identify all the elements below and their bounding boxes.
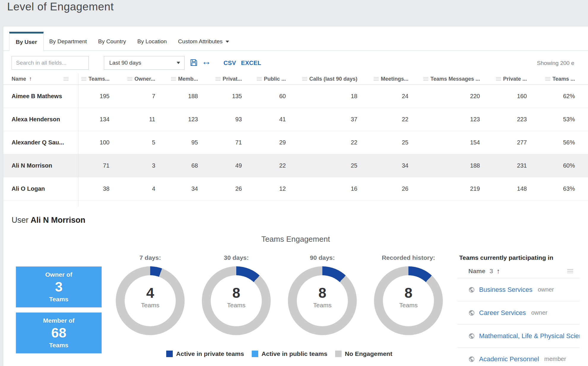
tab-by-department[interactable]: By Department xyxy=(44,33,93,50)
tab-by-country[interactable]: By Country xyxy=(93,33,132,50)
search-input[interactable] xyxy=(12,56,89,70)
column-label: Name xyxy=(12,76,26,82)
column-header[interactable]: Teams Messages ... xyxy=(408,76,480,82)
column-header[interactable]: Owner... xyxy=(110,76,155,82)
export-excel-link[interactable]: EXCEL xyxy=(241,60,261,66)
chevron-down-icon xyxy=(226,41,229,43)
stat-box-unit: Teams xyxy=(49,342,69,349)
value-cell: 34 xyxy=(357,162,408,169)
column-label: Meetings... xyxy=(381,76,408,82)
panel-menu-icon[interactable] xyxy=(567,269,573,273)
legend-label: No Engagement xyxy=(345,350,392,357)
column-header-name[interactable]: Name ↑ xyxy=(3,76,78,82)
stat-box-label: Member of xyxy=(43,317,75,324)
column-header[interactable]: Teams ... xyxy=(527,76,575,82)
table-row[interactable]: Alexa Henderson134111239341372212322353% xyxy=(3,108,588,131)
tab-label: By Department xyxy=(49,38,87,45)
value-cell: 4 xyxy=(110,185,155,192)
column-menu-icon[interactable] xyxy=(64,77,69,81)
column-label: Owner... xyxy=(134,76,155,82)
export-csv-link[interactable]: CSV xyxy=(224,60,236,66)
column-header[interactable]: Private ... xyxy=(480,76,527,82)
teams-list: Business ServicesownerCareer Servicesown… xyxy=(457,278,580,366)
team-link[interactable]: Business Services xyxy=(479,286,532,294)
value-cell: 56% xyxy=(527,139,575,146)
engagement-table: Name ↑ Teams...Owner...Memb...Privat...P… xyxy=(3,73,588,200)
donut-7-days: 7 days:4Teams xyxy=(116,254,185,335)
value-cell: 26 xyxy=(198,185,242,192)
tab-label: By User xyxy=(16,39,37,45)
value-cell: 25 xyxy=(357,139,408,146)
donut-unit: Teams xyxy=(399,302,418,309)
table-row[interactable]: Ali O Logan384342612162621914863% xyxy=(3,177,588,200)
column-menu-icon[interactable] xyxy=(215,77,221,81)
date-range-select[interactable]: Last 90 days xyxy=(104,56,185,70)
column-header[interactable]: Meetings... xyxy=(357,76,408,82)
value-cell: 26 xyxy=(357,185,408,192)
team-list-item: Career Servicesowner xyxy=(457,301,580,324)
tab-custom-attributes[interactable]: Custom Attributes xyxy=(172,33,235,50)
tab-by-location[interactable]: By Location xyxy=(132,33,172,50)
column-header[interactable]: Teams... xyxy=(78,76,110,82)
user-name-cell: Ali N Morrison xyxy=(3,162,78,169)
table-row[interactable]: Alexander Q Sau...1005957129222515427756… xyxy=(3,131,588,154)
legend-label: Active in public teams xyxy=(261,350,327,357)
value-cell: 100 xyxy=(78,139,110,146)
column-menu-icon[interactable] xyxy=(374,77,379,81)
team-link[interactable]: Mathematical, Life & Physical Scienc xyxy=(479,332,580,340)
legend-label: Active in private teams xyxy=(176,350,244,357)
selected-user-heading: UserAli N Morrison xyxy=(12,216,85,225)
column-header[interactable]: Privat... xyxy=(198,76,242,82)
column-label: Private ... xyxy=(503,76,527,82)
column-header[interactable]: Calls (last 90 days) xyxy=(286,76,357,82)
team-link[interactable]: Academic Personnel xyxy=(479,355,539,363)
team-link[interactable]: Career Services xyxy=(479,309,526,317)
value-cell: 123 xyxy=(155,116,198,123)
value-cell: 231 xyxy=(480,162,527,169)
column-menu-icon[interactable] xyxy=(171,77,176,81)
table-row[interactable]: Ali N Morrison713684922253418823160% xyxy=(3,154,588,177)
value-cell: 95 xyxy=(155,139,198,146)
value-cell: 93 xyxy=(198,116,242,123)
team-role: member xyxy=(544,356,566,362)
value-cell: 24 xyxy=(357,93,408,100)
globe-icon xyxy=(468,287,475,293)
save-icon[interactable] xyxy=(190,58,198,67)
column-menu-icon[interactable] xyxy=(81,77,86,81)
user-name-cell: Alexander Q Sau... xyxy=(3,139,78,146)
column-label: Privat... xyxy=(223,76,242,82)
team-list-item: Mathematical, Life & Physical Scienc xyxy=(457,324,580,348)
column-header[interactable]: Memb... xyxy=(155,76,198,82)
value-cell: 123 xyxy=(408,116,480,123)
sort-ascending-icon[interactable]: ↑ xyxy=(497,267,500,275)
panel-column-name[interactable]: Name xyxy=(468,268,485,275)
value-cell: 160 xyxy=(480,93,527,100)
column-label: Memb... xyxy=(178,76,198,82)
column-header[interactable]: Public ... xyxy=(242,76,286,82)
column-menu-icon[interactable] xyxy=(496,77,501,81)
column-menu-icon[interactable] xyxy=(545,77,550,81)
legend-item: Active in private teams xyxy=(166,350,244,357)
column-menu-icon[interactable] xyxy=(302,77,307,81)
value-cell: 53% xyxy=(527,116,575,123)
column-label: Public ... xyxy=(264,76,286,82)
value-cell: 5 xyxy=(110,139,155,146)
value-cell: 41 xyxy=(242,116,286,123)
value-cell: 37 xyxy=(286,116,357,123)
donut-row: 7 days:4Teams30 days:8Teams90 days:8Team… xyxy=(116,254,443,335)
resize-columns-icon[interactable]: ↔ xyxy=(202,56,211,67)
teams-engagement-title: Teams Engagement xyxy=(3,235,588,244)
value-cell: 223 xyxy=(480,116,527,123)
column-menu-icon[interactable] xyxy=(257,77,262,81)
sort-ascending-icon[interactable]: ↑ xyxy=(29,76,32,82)
donut-unit: Teams xyxy=(141,302,159,309)
value-cell: 148 xyxy=(480,185,527,192)
user-name-cell: Aimee B Mathews xyxy=(3,93,78,100)
value-cell: 134 xyxy=(78,116,110,123)
tab-by-user[interactable]: By User xyxy=(9,32,44,51)
column-menu-icon[interactable] xyxy=(127,77,132,81)
column-menu-icon[interactable] xyxy=(423,77,428,81)
value-cell: 25 xyxy=(286,162,357,169)
table-row[interactable]: Aimee B Mathews195718813560182422016062% xyxy=(3,85,588,108)
value-cell: 220 xyxy=(408,93,480,100)
